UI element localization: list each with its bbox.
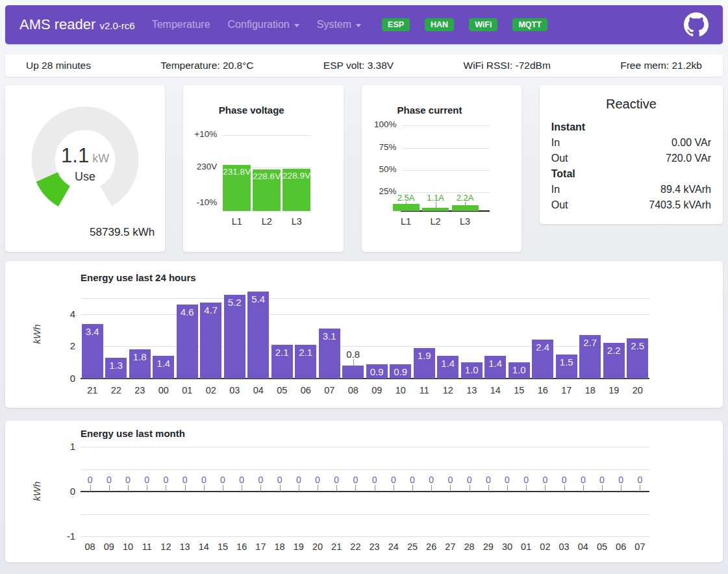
energy-bar-14: 1.4 — [484, 356, 506, 379]
gridline — [402, 125, 490, 126]
y-tick-label: 100% — [362, 119, 397, 129]
x-tick-label: 03 — [223, 385, 247, 395]
energy-bar-value: 1.4 — [436, 358, 460, 369]
current-bar-l3 — [452, 205, 479, 211]
x-tick-label: 17 — [555, 385, 579, 395]
total-energy-value: 58739.5 kWh — [90, 226, 155, 239]
x-tick-label: 22 — [346, 542, 365, 552]
current-bar-l1 — [393, 204, 420, 211]
energy-bar-value: 0 — [194, 475, 213, 485]
x-tick-label: 08 — [81, 542, 99, 552]
energy-bar-value: 1.4 — [483, 358, 507, 369]
energy-bar-value: 1.0 — [460, 364, 484, 375]
y-tick-label: 75% — [362, 142, 397, 152]
x-tick-label: 30 — [497, 542, 516, 552]
energy-bar-value: 0 — [270, 475, 289, 485]
energy-bar-20: 2.5 — [627, 338, 648, 379]
energy-bar-value: 0 — [422, 475, 441, 485]
current-bar-value: 2.2A — [452, 193, 479, 203]
gridline — [81, 346, 649, 347]
x-tick-label: L2 — [253, 216, 281, 227]
reactive-row-value: 89.4 kVArh — [660, 182, 711, 197]
nav-item-temperature[interactable]: Temperature — [152, 19, 210, 31]
gauge-card: 1.1kW Use 58739.5 kWh — [5, 85, 165, 252]
energy-month-chart: 10-1kWh008009010011012013014015016017018… — [5, 421, 723, 562]
x-tick-label: 20 — [308, 542, 327, 552]
badge-esp: ESP — [382, 18, 410, 32]
energy-bar-value: 1.5 — [555, 356, 579, 368]
app-title[interactable]: AMS reader v2.0-rc6 — [19, 16, 135, 33]
x-tick-label: 06 — [294, 385, 318, 395]
status-badges: ESPHANWiFiMQTT — [382, 18, 547, 32]
x-tick-label: 18 — [270, 542, 289, 552]
x-tick-label: 05 — [592, 542, 611, 552]
energy-bar-value: 0.8 — [342, 349, 366, 360]
x-tick-label: 16 — [531, 385, 555, 395]
label-connector-line — [280, 485, 281, 492]
energy-bar-07: 3.1 — [319, 329, 340, 379]
energy-bar-value: 1.3 — [104, 360, 128, 371]
energy-bar-value: 2.2 — [602, 345, 626, 356]
energy-bar-value: 0 — [403, 475, 421, 485]
reactive-row-value: 720.0 VAr — [666, 151, 711, 166]
energy-bar-value: 0 — [118, 475, 137, 485]
energy-bar-value: 0 — [251, 475, 270, 485]
x-tick-label: 21 — [81, 385, 105, 395]
x-tick-label: L3 — [282, 216, 310, 227]
x-tick-label: 23 — [128, 385, 152, 395]
status-item: WiFi RSSI: -72dBm — [464, 60, 551, 71]
energy-bar-value: 0 — [99, 475, 118, 485]
nav-item-configuration[interactable]: Configuration — [228, 19, 299, 31]
label-connector-line — [431, 485, 432, 492]
energy-bar-18: 2.7 — [579, 335, 601, 379]
y-tick-label: 25% — [362, 186, 397, 196]
app-name: AMS reader — [19, 16, 95, 32]
badge-mqtt: MQTT — [512, 18, 547, 32]
x-tick-label: 09 — [365, 385, 389, 395]
label-connector-line — [412, 485, 413, 492]
summary-cards-row: 1.1kW Use 58739.5 kWh Phase voltage +10%… — [5, 85, 723, 252]
x-tick-label: L1 — [393, 216, 420, 227]
energy-bar-value: 5.2 — [223, 297, 247, 308]
nav-item-system[interactable]: System — [317, 19, 361, 31]
x-tick-label: 04 — [247, 385, 271, 395]
x-tick-label: L3 — [452, 216, 479, 227]
navbar: AMS reader v2.0-rc6 TemperatureConfigura… — [5, 5, 723, 44]
label-connector-line — [583, 485, 584, 492]
badge-wifi: WiFi — [469, 18, 497, 32]
label-connector-line — [526, 485, 527, 492]
energy-24h-chart: 420kWh3.4211.3221.8231.4004.6014.7025.20… — [5, 261, 723, 408]
reactive-title: Reactive — [551, 97, 711, 112]
x-tick-label: 10 — [118, 542, 137, 552]
x-tick-label: 26 — [422, 542, 441, 552]
x-tick-label: 12 — [436, 385, 460, 395]
energy-bar-16: 2.4 — [532, 340, 553, 379]
voltage-bar-l1: 231.8V — [223, 165, 251, 211]
x-tick-label: 28 — [460, 542, 479, 552]
energy-bar-value: 2.7 — [578, 337, 602, 348]
x-tick-label: 01 — [175, 385, 199, 395]
reactive-row-total-in: In89.4 kVArh — [551, 182, 711, 197]
label-connector-line — [436, 202, 436, 208]
phase-current-card: Phase current 100%75%50%25%2.5AL11.1AL22… — [362, 85, 521, 252]
energy-bar-value: 3.4 — [81, 326, 105, 337]
phase-current-title: Phase current — [362, 105, 498, 116]
status-item: Up 28 minutes — [26, 60, 91, 71]
energy-bar-21: 3.4 — [82, 324, 103, 379]
x-tick-label: 13 — [175, 542, 194, 552]
github-icon — [684, 12, 709, 37]
x-tick-label: 15 — [213, 542, 232, 552]
energy-bar-value: 0 — [308, 475, 327, 485]
label-connector-line — [90, 485, 91, 492]
status-bar: Up 28 minutesTemperature: 20.8°CESP volt… — [5, 55, 723, 77]
label-connector-line — [147, 485, 147, 492]
gridline — [402, 148, 490, 149]
energy-bar-value: 2.4 — [531, 342, 555, 353]
energy-bar-value: 1.8 — [128, 351, 152, 362]
voltage-bar-value: 228.9V — [282, 171, 310, 181]
github-link[interactable] — [684, 12, 709, 37]
x-tick-label: 20 — [626, 385, 650, 395]
x-tick-label: 29 — [479, 542, 497, 552]
gridline — [81, 536, 649, 537]
label-connector-line — [204, 485, 205, 492]
